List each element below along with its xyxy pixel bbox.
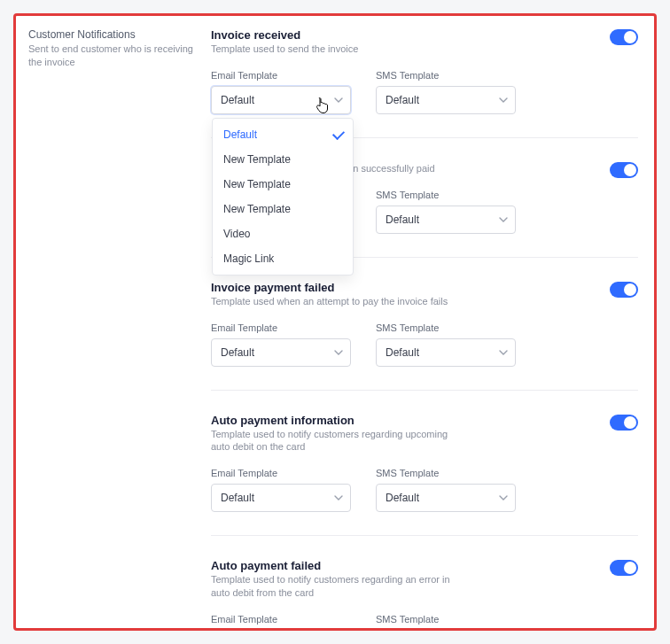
section-auto-payment-failed: Auto payment failed Template used to not…	[211, 559, 638, 631]
sms-template-select[interactable]: Default	[376, 206, 516, 234]
dropdown-option[interactable]: Magic Link	[213, 246, 353, 271]
sidebar: Customer Notifications Sent to end custo…	[28, 28, 206, 69]
sms-template-select[interactable]: Default	[376, 86, 516, 114]
toggle-invoice-paid[interactable]	[610, 162, 638, 178]
chevron-down-icon	[334, 495, 343, 500]
select-value: Default	[221, 492, 254, 504]
toggle-auto-payment-failed[interactable]	[610, 560, 638, 576]
dropdown-option[interactable]: Video	[213, 221, 353, 246]
chevron-down-icon	[499, 217, 508, 222]
email-template-dropdown[interactable]: Default New Template New Template New Te…	[212, 118, 354, 275]
email-template-select[interactable]: Default Default New Template New Templat…	[211, 86, 351, 114]
dropdown-option-default[interactable]: Default	[213, 122, 353, 147]
select-value: Default	[221, 94, 254, 106]
chevron-down-icon	[499, 350, 508, 355]
toggle-invoice-payment-failed[interactable]	[610, 282, 638, 298]
section-description: Template used when an attempt to pay the…	[211, 295, 448, 308]
sms-template-label: SMS Template	[376, 322, 516, 333]
section-title: Auto payment failed	[211, 559, 468, 572]
select-value: Default	[386, 94, 419, 106]
section-description: Template used to notify customers regard…	[211, 573, 468, 600]
email-template-label: Email Template	[211, 322, 351, 333]
sms-template-select[interactable]: Default	[376, 630, 516, 631]
email-template-label: Email Template	[211, 70, 351, 81]
section-title: Invoice received	[211, 28, 358, 42]
select-value: Default	[386, 213, 419, 226]
dropdown-option[interactable]: New Template	[213, 197, 353, 221]
sms-template-label: SMS Template	[376, 190, 516, 200]
email-template-label: Email Template	[211, 614, 351, 625]
sidebar-description: Sent to end customer who is receiving th…	[28, 43, 195, 69]
sms-template-select[interactable]: Default	[376, 484, 516, 512]
sms-template-label: SMS Template	[376, 70, 516, 81]
section-invoice-received: Invoice received Template used to send t…	[211, 28, 638, 138]
section-description: Template used to notify customers regard…	[211, 428, 468, 454]
sms-template-label: SMS Template	[376, 468, 516, 478]
select-value: Default	[386, 492, 419, 504]
dropdown-option[interactable]: New Template	[213, 147, 353, 172]
settings-panel: Customer Notifications Sent to end custo…	[13, 13, 657, 631]
section-title: Auto payment information	[211, 414, 468, 427]
select-value: Default	[386, 346, 419, 359]
sms-template-select[interactable]: Default	[376, 338, 516, 367]
section-invoice-payment-failed: Invoice payment failed Template used whe…	[211, 281, 638, 391]
chevron-down-icon	[499, 97, 508, 103]
chevron-down-icon	[499, 495, 508, 500]
dropdown-option[interactable]: New Template	[213, 172, 353, 197]
sidebar-title: Customer Notifications	[28, 28, 195, 41]
chevron-down-icon	[334, 97, 343, 103]
chevron-down-icon	[334, 350, 343, 355]
section-description: Template used to send the invoice	[211, 43, 358, 56]
email-template-select[interactable]: Default	[211, 338, 351, 367]
toggle-invoice-received[interactable]	[610, 29, 638, 45]
toggle-auto-payment-information[interactable]	[610, 415, 638, 431]
email-template-select[interactable]: Default	[211, 484, 351, 512]
section-title: Invoice payment failed	[211, 281, 448, 294]
email-template-label: Email Template	[211, 468, 351, 478]
email-template-select[interactable]: Default	[211, 630, 351, 631]
select-value: Default	[221, 346, 254, 359]
sms-template-label: SMS Template	[376, 614, 516, 625]
main-content: Invoice received Template used to send t…	[206, 28, 638, 631]
pointer-cursor-icon	[315, 97, 331, 118]
section-auto-payment-information: Auto payment information Template used t…	[211, 414, 638, 537]
